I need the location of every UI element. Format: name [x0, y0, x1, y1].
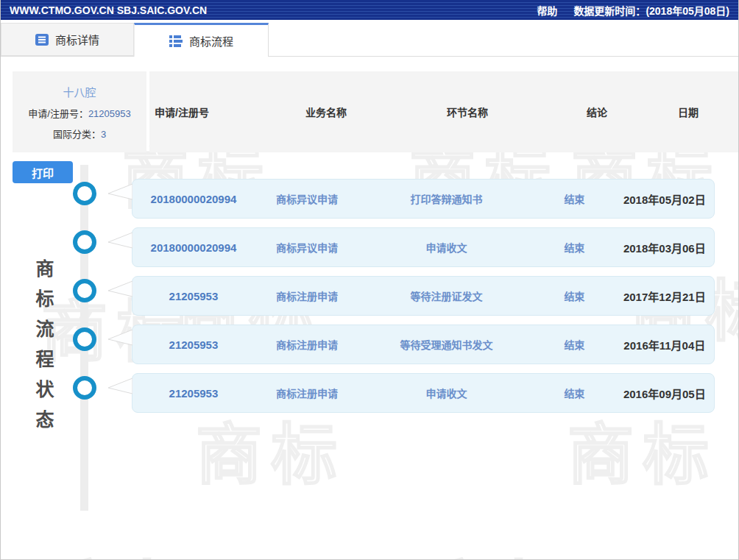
cell-date: 2016年11月04日	[615, 337, 714, 352]
cell-step-name: 申请收文	[359, 386, 534, 400]
cell-date: 2018年05月02日	[615, 191, 714, 207]
trademark-name: 十八腔	[63, 84, 96, 99]
cell-date: 2017年12月21日	[615, 288, 714, 304]
intl-class-label: 国际分类：	[53, 129, 101, 140]
cell-application-number: 20180000020994	[132, 241, 255, 254]
tab-trademark-details[interactable]: 商标详情	[1, 23, 134, 56]
timeline-dot	[73, 182, 96, 205]
cell-application-number: 21205953	[132, 290, 255, 302]
registration-number-label: 申请/注册号：	[28, 108, 88, 119]
cell-date: 2016年09月05日	[615, 386, 714, 401]
watermark-text: 商标	[428, 539, 578, 560]
cell-application-number: 21205953	[132, 387, 255, 400]
data-update-time: 数据更新时间：(2018年05月08日)	[573, 3, 729, 18]
registration-number-value: 21205953	[88, 108, 131, 119]
process-row: 21205953 商标注册申请 等待注册证发文 结束 2017年12月21日	[132, 276, 715, 316]
process-table-header: 申请/注册号 业务名称 环节名称 结论 日期	[149, 71, 738, 152]
process-row: 21205953 商标注册申请 等待受理通知书发文 结束 2016年11月04日	[132, 325, 715, 364]
timeline-dot	[73, 230, 96, 254]
update-time-value: (2018年05月08日)	[646, 5, 729, 17]
cell-step-name: 打印答辩通知书	[359, 191, 534, 206]
intl-class-value: 3	[101, 129, 106, 140]
timeline-dot	[73, 327, 96, 351]
header-date: 日期	[638, 104, 738, 119]
print-button[interactable]: 打印	[13, 161, 73, 183]
watermark-text: 商标	[567, 401, 718, 497]
cell-step-name: 等待受理通知书发文	[359, 337, 534, 352]
process-row: 20180000020994 商标异议申请 打印答辩通知书 结束 2018年05…	[132, 179, 715, 219]
site-title: WWW.CTMO.GOV.CN SBJ.SAIC.GOV.CN	[10, 4, 207, 16]
tab-label: 商标流程	[189, 33, 233, 49]
tab-label: 商标详情	[55, 32, 99, 47]
list-lines-icon	[35, 33, 49, 46]
header-business-name: 业务名称	[273, 104, 379, 119]
tabbar-divider	[1, 56, 738, 57]
cell-application-number: 20180000020994	[132, 193, 255, 205]
cell-step-name: 等待注册证发文	[359, 288, 534, 303]
list-grid-icon	[169, 35, 183, 48]
header-step-name: 环节名称	[379, 104, 556, 119]
process-row: 21205953 商标注册申请 申请收文 结束 2016年09月05日	[132, 373, 715, 413]
cell-conclusion: 结束	[534, 240, 615, 255]
watermark-text: 商标	[56, 539, 206, 560]
vertical-title: 商标流程状态	[30, 259, 57, 440]
row-tail-pointer	[108, 184, 132, 203]
cell-business-name: 商标异议申请	[255, 240, 359, 255]
cell-conclusion: 结束	[534, 337, 615, 352]
timeline-dot	[73, 376, 96, 400]
cell-step-name: 申请收文	[359, 240, 534, 255]
cell-business-name: 商标注册申请	[255, 288, 359, 303]
timeline-dot	[73, 279, 96, 302]
trademark-info-panel: 十八腔 申请/注册号：21205953 国际分类：3	[13, 71, 146, 152]
header-application-number: 申请/注册号	[149, 104, 273, 119]
process-row: 20180000020994 商标异议申请 申请收文 结束 2018年03月06…	[132, 227, 715, 267]
intl-class-line: 国际分类：3	[53, 127, 106, 141]
cell-conclusion: 结束	[534, 288, 615, 303]
tab-trademark-process[interactable]: 商标流程	[134, 23, 269, 57]
update-time-label: 数据更新时间：	[573, 5, 646, 17]
header-conclusion: 结论	[556, 104, 638, 119]
cell-business-name: 商标注册申请	[255, 337, 359, 352]
cell-conclusion: 结束	[534, 191, 615, 206]
row-tail-pointer	[108, 330, 132, 349]
cell-business-name: 商标注册申请	[255, 386, 359, 400]
row-tail-pointer	[108, 233, 132, 252]
registration-number-line: 申请/注册号：21205953	[28, 106, 130, 120]
cell-application-number: 21205953	[132, 339, 255, 351]
watermark-text: 商标	[196, 401, 346, 497]
cell-date: 2018年03月06日	[615, 240, 714, 255]
row-tail-pointer	[108, 281, 132, 300]
cell-business-name: 商标异议申请	[255, 191, 359, 206]
help-link[interactable]: 帮助	[537, 3, 557, 18]
cell-conclusion: 结束	[534, 386, 615, 400]
row-tail-pointer	[108, 378, 132, 397]
page: WWW.CTMO.GOV.CN SBJ.SAIC.GOV.CN 帮助 数据更新时…	[0, 0, 739, 560]
topbar: WWW.CTMO.GOV.CN SBJ.SAIC.GOV.CN 帮助 数据更新时…	[1, 0, 738, 20]
